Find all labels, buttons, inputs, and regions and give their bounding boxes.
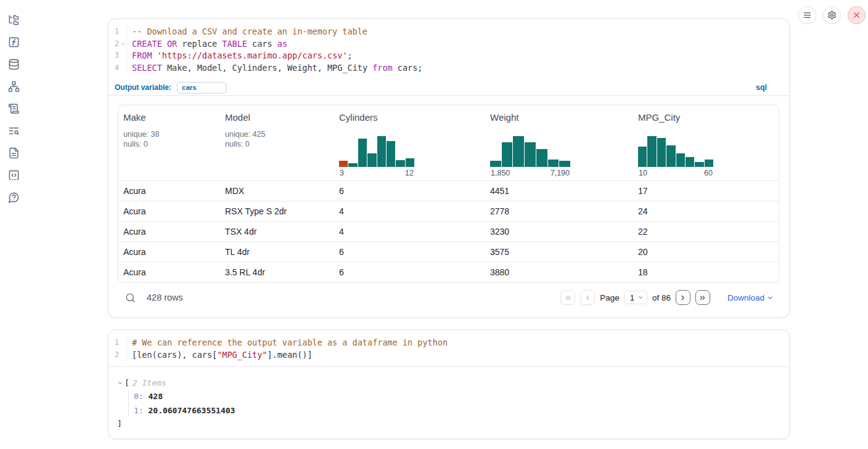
table-cell: 4451 — [485, 186, 633, 196]
histogram-bar — [559, 161, 570, 167]
code-square-icon — [8, 169, 20, 181]
stat-line: unique: 425 — [225, 129, 329, 139]
table-cell: 4 — [334, 227, 485, 237]
column-histogram[interactable]: 1060 — [638, 136, 774, 180]
data-table: Makeunique: 38nulls: 0Modelunique: 425nu… — [118, 105, 779, 283]
collapse-toggle-icon[interactable] — [117, 380, 125, 386]
histogram-bars — [638, 136, 713, 167]
axis-min-label: 10 — [639, 169, 647, 177]
line-number: 2 — [115, 38, 119, 51]
table-body: AcuraMDX6445117AcuraRSX Type S 2dr427782… — [118, 180, 779, 282]
table-cell: Acura — [118, 267, 220, 277]
code-line[interactable]: 1-- Download a CSV and create an in-memo… — [108, 26, 789, 38]
sql-cell: 1-- Download a CSV and create an in-memo… — [108, 18, 790, 318]
table-cell: 6 — [334, 267, 485, 277]
code-line[interactable]: 1# We can reference the output variable … — [108, 337, 789, 349]
code-line[interactable]: 2CREATE OR replace TABLE cars as — [108, 38, 789, 51]
close-icon — [852, 10, 861, 20]
axis-max-label: 12 — [405, 169, 414, 177]
next-page-button[interactable] — [676, 290, 690, 305]
chevron-down-icon — [767, 294, 774, 301]
table-cell: Acura — [118, 227, 220, 237]
file-explorer-button[interactable] — [5, 11, 22, 28]
histogram-bar — [377, 136, 386, 167]
bracket-close: ] — [117, 418, 779, 430]
line-number: 3 — [115, 50, 119, 62]
folder-tree-icon — [8, 14, 20, 26]
histogram-bar — [348, 163, 357, 167]
chevrons-right-icon — [698, 294, 706, 302]
column-header[interactable]: Makeunique: 38nulls: 0 — [118, 105, 220, 180]
first-page-button[interactable] — [560, 290, 575, 305]
item-key: 1: — [134, 406, 144, 415]
column-header[interactable]: MPG_City1060 — [633, 105, 779, 180]
histogram-bar — [525, 142, 536, 167]
column-name: MPG_City — [638, 112, 774, 123]
search-button[interactable] — [123, 290, 137, 305]
help-button[interactable] — [5, 188, 22, 206]
tree-items: 0: 4281: 20.060747663551403 — [128, 390, 779, 418]
code-line[interactable]: 3FROM 'https://datasets.marimo.app/cars.… — [108, 50, 789, 62]
dependencies-button[interactable] — [5, 78, 22, 95]
code-text: CREATE OR replace TABLE cars as — [127, 38, 287, 51]
code-text: # We can reference the output variable a… — [127, 337, 448, 349]
sql-code-editor[interactable]: 1-- Download a CSV and create an in-memo… — [108, 19, 789, 79]
histogram-bar — [536, 149, 547, 167]
histogram-bar — [695, 162, 703, 167]
fold-toggle-icon[interactable] — [119, 41, 126, 47]
table-row[interactable]: AcuraTL 4dr6357520 — [118, 241, 779, 262]
column-header[interactable]: Weight1,8507,190 — [485, 105, 633, 180]
logs-button[interactable] — [5, 122, 22, 139]
column-histogram[interactable]: 312 — [339, 136, 480, 180]
python-code-editor[interactable]: 1# We can reference the output variable … — [108, 330, 789, 367]
table-cell: 3880 — [485, 267, 633, 277]
column-stats: unique: 425nulls: 0 — [225, 129, 329, 149]
table-row[interactable]: Acura3.5 RL 4dr6388018 — [118, 262, 779, 282]
menu-icon — [803, 10, 812, 20]
axis-min-label: 3 — [340, 169, 344, 177]
list-item: 1: 20.060747663551403 — [134, 404, 779, 418]
settings-button[interactable] — [823, 6, 841, 24]
last-page-button[interactable] — [695, 290, 710, 305]
table-cell: Acura — [118, 206, 220, 216]
bracket-open: [ — [125, 376, 129, 390]
data-sources-button[interactable] — [5, 55, 22, 73]
chevron-right-icon — [679, 294, 687, 302]
table-cell: 3575 — [485, 247, 633, 257]
line-gutter: 3 — [108, 50, 127, 62]
menu-button[interactable] — [798, 6, 816, 24]
gear-icon — [827, 10, 837, 20]
download-button[interactable]: Download — [727, 293, 774, 302]
chevrons-left-icon — [564, 294, 572, 302]
scratchpad-button[interactable] — [5, 100, 22, 117]
histogram-bar — [502, 142, 513, 168]
table-row[interactable]: AcuraTSX 4dr4323022 — [118, 221, 779, 241]
axis-min-label: 1,850 — [491, 169, 510, 177]
histogram-axis-labels: 1060 — [638, 169, 713, 177]
chevron-down-icon — [637, 294, 644, 301]
table-cell: Acura — [118, 247, 220, 257]
code-line[interactable]: 2[len(cars), cars["MPG_City"].mean()] — [108, 349, 789, 362]
prev-page-button[interactable] — [580, 290, 595, 305]
output-variable-input[interactable] — [177, 82, 226, 94]
database-icon — [8, 59, 20, 70]
item-key: 0: — [134, 392, 144, 401]
snippets-button[interactable] — [5, 166, 22, 184]
table-row[interactable]: AcuraRSX Type S 2dr4277824 — [118, 201, 779, 221]
column-header[interactable]: Modelunique: 425nulls: 0 — [220, 105, 334, 180]
pagination: Page 1 of 86 Download — [560, 290, 774, 305]
table-cell: 24 — [633, 206, 779, 216]
documentation-button[interactable] — [5, 144, 22, 161]
table-cell: 3230 — [485, 227, 633, 237]
table-cell: 6 — [334, 186, 485, 196]
code-line[interactable]: 4SELECT Make, Model, Cylinders, Weight, … — [108, 62, 789, 75]
page-select[interactable]: 1 — [624, 291, 647, 304]
column-stats: unique: 38nulls: 0 — [123, 129, 215, 149]
table-row[interactable]: AcuraMDX6445117 — [118, 180, 779, 201]
column-header[interactable]: Cylinders312 — [334, 105, 485, 180]
window-controls — [798, 6, 866, 24]
histogram-bar — [705, 160, 713, 167]
variables-button[interactable] — [5, 33, 22, 51]
column-histogram[interactable]: 1,8507,190 — [490, 136, 628, 180]
close-button[interactable] — [848, 6, 866, 24]
